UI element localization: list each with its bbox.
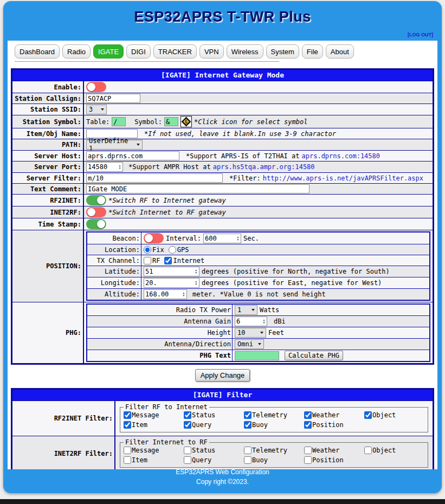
tab-radio[interactable]: Radio — [62, 44, 91, 59]
rf2inet-toggle[interactable] — [86, 195, 106, 205]
text-comment-input[interactable] — [86, 184, 309, 193]
tab-system[interactable]: System — [266, 44, 299, 59]
server-filter-input[interactable] — [86, 173, 223, 183]
row-server-filter: Server Filter: *Filter: http://www.aprs-… — [12, 172, 433, 183]
spinner[interactable] — [261, 319, 267, 324]
tx-channel-rf-checkbox[interactable] — [144, 257, 151, 264]
row-longitude: Longitude: degrees (positive for East, n… — [87, 277, 429, 288]
interval-input[interactable] — [204, 235, 235, 242]
height-select[interactable]: 10 — [235, 328, 266, 338]
rf2inet-weather-checkbox[interactable] — [304, 411, 312, 419]
location-gps-radio[interactable] — [169, 246, 176, 254]
tab-dashboard[interactable]: DashBoard — [15, 44, 60, 59]
tx-power-unit: Watts — [260, 306, 279, 314]
interval-unit: Sec. — [243, 235, 259, 242]
phg-sub-table: Radio TX Power 1 Watts Antenna Gain — [86, 303, 430, 362]
item-obj-label: Item/Obj Name: — [12, 128, 84, 139]
symbol-table-input[interactable] — [112, 117, 126, 126]
tab-igate[interactable]: IGATE — [93, 44, 124, 59]
checkbox-label: Object — [372, 447, 396, 454]
inet2rf-note: *Switch Internet to RF gateway — [108, 209, 226, 216]
path-select[interactable]: UserDefine 1 — [86, 140, 143, 150]
server-port-link[interactable]: aprs.hs5tqa.ampr.org:14580 — [213, 163, 315, 171]
height-unit: Feet — [268, 329, 284, 337]
direction-select[interactable]: Omni — [235, 339, 264, 349]
callsign-input[interactable] — [86, 94, 140, 103]
tab-file[interactable]: File — [302, 44, 323, 59]
spinner[interactable] — [235, 236, 241, 241]
direction-label: Antenna/Direction — [87, 339, 233, 350]
inet2rf-item-checkbox[interactable] — [124, 456, 131, 464]
checkbox-label: Telemetry — [252, 411, 287, 419]
tab-about[interactable]: About — [326, 44, 354, 59]
row-altitude: Altitude: meter. *Value 0 is not send he… — [87, 288, 429, 300]
altitude-input[interactable] — [144, 290, 181, 298]
spinner[interactable] — [193, 269, 199, 274]
inet2rf-telemetry-checkbox[interactable] — [244, 447, 251, 454]
rf2inet-object-checkbox[interactable] — [364, 411, 372, 419]
beacon-toggle[interactable] — [144, 233, 164, 243]
inet2rf-filter-fieldset: Filter Internet to RF Message Status Tel… — [120, 438, 428, 468]
inet2rf-position-checkbox[interactable] — [304, 456, 312, 464]
server-port-input[interactable] — [87, 163, 117, 171]
inet2rf-object-checkbox[interactable] — [364, 447, 372, 454]
position-sub-table: Beacon: Interval: Sec. — [86, 231, 430, 301]
rf2inet-item-checkbox[interactable] — [124, 421, 131, 429]
rf2inet-message-checkbox[interactable] — [124, 411, 131, 419]
inet2rf-toggle[interactable] — [86, 207, 106, 217]
antenna-gain-input[interactable] — [235, 318, 261, 325]
tab-bar: DashBoard Radio IGATE DIGI TRACKER VPN W… — [15, 44, 434, 59]
row-ssid: Station SSID: 3 — [12, 104, 433, 115]
inet2rf-weather-checkbox[interactable] — [304, 447, 312, 454]
tab-underline — [15, 61, 279, 62]
rf2inet-buoy-checkbox[interactable] — [244, 421, 251, 429]
phg-text-input[interactable] — [235, 351, 279, 360]
spinner[interactable] — [181, 292, 186, 297]
symbol-label: Station Symbol: — [12, 115, 84, 128]
spinner[interactable] — [193, 280, 199, 286]
row-antenna-gain: Antenna Gain dBi — [87, 315, 429, 327]
symbol-symbol-input[interactable] — [164, 117, 178, 126]
rf2inet-status-checkbox[interactable] — [184, 411, 191, 419]
row-phg: PHG: Radio TX Power 1 Watts — [12, 302, 433, 363]
tx-channel-label: TX Channel: — [87, 255, 141, 266]
apply-bar-1: Apply Change — [11, 369, 434, 382]
latitude-note: degrees (positive for North, negative fo… — [202, 268, 390, 275]
symbol-select-icon[interactable]: G — [180, 116, 192, 127]
inet2rf-label: INET2RF: — [12, 206, 84, 218]
checkbox-label: Item — [132, 421, 147, 429]
tx-power-select[interactable]: 1 — [235, 305, 257, 315]
rf2inet-position-checkbox[interactable] — [304, 421, 312, 429]
tab-tracker[interactable]: TRACKER — [153, 44, 197, 59]
server-host-link[interactable]: aprs.dprns.com:14580 — [302, 152, 380, 160]
inet2rf-status-checkbox[interactable] — [184, 447, 191, 454]
latitude-input[interactable] — [144, 268, 193, 275]
checkbox-label: Weather — [312, 447, 340, 454]
row-server-port: Server Port: *Support AMPR Host at aprs.… — [12, 161, 433, 172]
row-inet2rf: INET2RF: *Switch Internet to RF gateway — [12, 206, 433, 218]
tab-wireless[interactable]: Wireless — [227, 44, 263, 59]
time-stamp-toggle[interactable] — [86, 219, 106, 229]
tab-digi[interactable]: DIGI — [126, 44, 151, 59]
calculate-phg-button[interactable]: Calculate PHG — [285, 351, 343, 360]
server-filter-label: Server Filter: — [12, 173, 84, 183]
spinner[interactable] — [117, 164, 122, 170]
enable-toggle[interactable] — [86, 82, 106, 92]
server-host-input[interactable] — [86, 151, 179, 160]
tx-power-value: 1 — [237, 306, 241, 314]
tx-channel-rf-label: RF — [152, 257, 160, 264]
inet2rf-buoy-checkbox[interactable] — [244, 456, 251, 464]
server-filter-link[interactable]: http://www.aprs-is.net/javAPRSFilter.asp… — [263, 175, 423, 182]
tx-channel-internet-checkbox[interactable] — [164, 257, 172, 264]
location-fix-radio[interactable] — [144, 246, 151, 254]
rf2inet-query-checkbox[interactable] — [184, 421, 191, 429]
inet2rf-query-checkbox[interactable] — [184, 456, 191, 464]
logout-link[interactable]: [LOG OUT] — [408, 32, 433, 37]
rf2inet-telemetry-checkbox[interactable] — [244, 411, 251, 419]
apply-change-button-igate[interactable]: Apply Change — [195, 369, 250, 382]
ssid-select[interactable]: 3 — [86, 105, 107, 114]
row-height: Height 10 Feet — [87, 327, 429, 338]
inet2rf-message-checkbox[interactable] — [124, 447, 131, 454]
tab-vpn[interactable]: VPN — [199, 44, 224, 59]
longitude-input[interactable] — [144, 279, 193, 287]
